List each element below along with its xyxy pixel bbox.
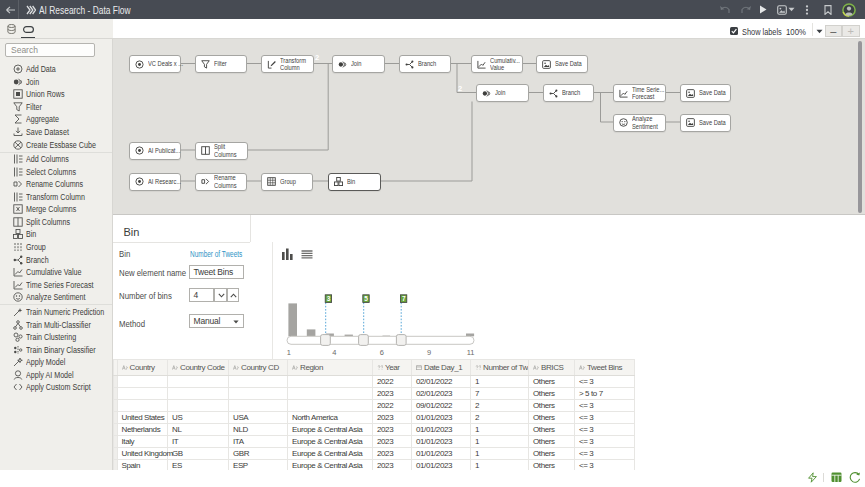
svg-text:3: 3 — [327, 295, 331, 302]
svg-text:6: 6 — [380, 348, 384, 357]
svg-text:4: 4 — [332, 348, 336, 357]
svg-text:1: 1 — [287, 348, 291, 357]
svg-text:5: 5 — [364, 295, 368, 302]
svg-text:7: 7 — [402, 295, 406, 302]
svg-text:11: 11 — [467, 348, 475, 357]
svg-text:9: 9 — [427, 348, 431, 357]
